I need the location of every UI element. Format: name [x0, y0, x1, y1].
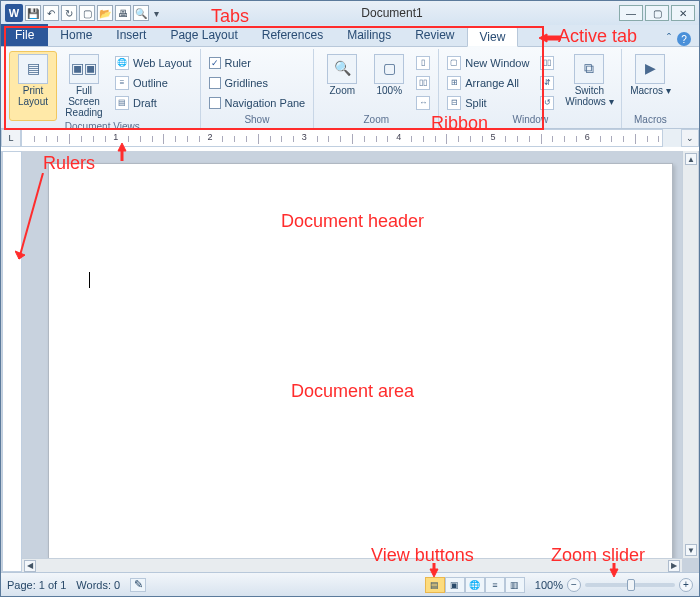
zoom-percent[interactable]: 100%: [535, 579, 563, 591]
text-cursor: [89, 272, 90, 288]
print-layout-button[interactable]: ▤ Print Layout: [9, 51, 57, 121]
open-icon[interactable]: 📂: [97, 5, 113, 21]
ribbon: ▤ Print Layout ▣▣ Full Screen Reading 🌐W…: [1, 47, 699, 129]
horizontal-ruler[interactable]: 123456: [21, 129, 663, 147]
group-document-views: ▤ Print Layout ▣▣ Full Screen Reading 🌐W…: [5, 49, 201, 128]
arrange-all-button[interactable]: ⊞Arrange All: [443, 73, 533, 92]
reset-window-icon: ↺: [540, 96, 554, 110]
draft-button[interactable]: ▤Draft: [111, 93, 196, 112]
macros-icon: ▶: [635, 54, 665, 84]
scroll-up-icon[interactable]: ▲: [685, 153, 697, 165]
maximize-button[interactable]: ▢: [645, 5, 669, 21]
group-zoom: 🔍 Zoom ▢ 100% ▯ ▯▯ ↔ Zoom: [314, 49, 439, 128]
zoom-100-icon: ▢: [374, 54, 404, 84]
sync-scroll-icon: ⇵: [540, 76, 554, 90]
ruler-corner[interactable]: L: [1, 129, 21, 147]
scroll-left-icon[interactable]: ◀: [24, 560, 36, 572]
document-scroll[interactable]: ComputerHope.com: [22, 151, 699, 572]
work-area: ComputerHope.com: [1, 151, 699, 572]
qat-dropdown-icon[interactable]: ▾: [151, 5, 161, 21]
word-app-icon[interactable]: W: [5, 4, 23, 22]
new-window-icon: ▢: [447, 56, 461, 70]
view-full-screen-icon[interactable]: ▣: [445, 577, 465, 593]
two-pages-button[interactable]: ▯▯: [412, 73, 434, 92]
group-show: ✓Ruler Gridlines Navigation Pane Show: [201, 49, 315, 128]
page-width-button[interactable]: ↔: [412, 93, 434, 112]
two-pages-icon: ▯▯: [416, 76, 430, 90]
split-icon: ⊟: [447, 96, 461, 110]
web-layout-icon: 🌐: [115, 56, 129, 70]
group-macros: ▶ Macros ▾ Macros: [622, 49, 678, 128]
undo-icon[interactable]: ↶: [43, 5, 59, 21]
zoom-100-button[interactable]: ▢ 100%: [369, 51, 409, 114]
full-screen-icon: ▣▣: [69, 54, 99, 84]
navigation-pane-checkbox[interactable]: Navigation Pane: [205, 93, 310, 112]
close-button[interactable]: ✕: [671, 5, 695, 21]
scroll-down-icon[interactable]: ▼: [685, 544, 697, 556]
view-side-by-side-button[interactable]: ▯▯: [536, 53, 558, 72]
document-page[interactable]: ComputerHope.com: [48, 163, 673, 572]
status-bar: Page: 1 of 1 Words: 0 ✎ ▤ ▣ 🌐 ≡ ▥ 100% −…: [1, 572, 699, 596]
tab-page-layout[interactable]: Page Layout: [158, 24, 249, 46]
one-page-icon: ▯: [416, 56, 430, 70]
switch-windows-icon: ⧉: [574, 54, 604, 84]
view-outline-icon[interactable]: ≡: [485, 577, 505, 593]
arrange-all-icon: ⊞: [447, 76, 461, 90]
reset-window-button[interactable]: ↺: [536, 93, 558, 112]
side-by-side-icon: ▯▯: [540, 56, 554, 70]
print-layout-icon: ▤: [18, 54, 48, 84]
draft-icon: ▤: [115, 96, 129, 110]
status-words[interactable]: Words: 0: [76, 579, 120, 591]
group-window: ▢New Window ⊞Arrange All ⊟Split ▯▯ ⇵ ↺ ⧉…: [439, 49, 622, 128]
print-preview-icon[interactable]: 🔍: [133, 5, 149, 21]
zoom-control: 100% − +: [535, 578, 693, 592]
new-icon[interactable]: ▢: [79, 5, 95, 21]
status-page[interactable]: Page: 1 of 1: [7, 579, 66, 591]
vertical-ruler[interactable]: [2, 151, 22, 572]
spellcheck-icon[interactable]: ✎: [130, 578, 146, 592]
zoom-icon: 🔍: [327, 54, 357, 84]
window-controls: — ▢ ✕: [619, 5, 699, 21]
redo-icon[interactable]: ↻: [61, 5, 77, 21]
tab-mailings[interactable]: Mailings: [335, 24, 403, 46]
zoom-slider-track[interactable]: [585, 583, 675, 587]
minimize-ribbon-icon[interactable]: ˆ: [667, 32, 671, 46]
vertical-scrollbar[interactable]: ▲ ▼: [682, 151, 698, 558]
sync-scroll-button[interactable]: ⇵: [536, 73, 558, 92]
view-draft-icon[interactable]: ▥: [505, 577, 525, 593]
ruler-checkbox[interactable]: ✓Ruler: [205, 53, 310, 72]
quick-print-icon[interactable]: 🖶: [115, 5, 131, 21]
tab-home[interactable]: Home: [48, 24, 104, 46]
tab-insert[interactable]: Insert: [104, 24, 158, 46]
new-window-button[interactable]: ▢New Window: [443, 53, 533, 72]
scroll-right-icon[interactable]: ▶: [668, 560, 680, 572]
save-icon[interactable]: 💾: [25, 5, 41, 21]
page-width-icon: ↔: [416, 96, 430, 110]
gridlines-checkbox[interactable]: Gridlines: [205, 73, 310, 92]
tab-file[interactable]: File: [1, 24, 48, 46]
split-button[interactable]: ⊟Split: [443, 93, 533, 112]
window-title: Document1: [165, 6, 619, 20]
switch-windows-button[interactable]: ⧉ Switch Windows ▾: [561, 51, 617, 114]
horizontal-scrollbar[interactable]: ◀ ▶: [22, 558, 682, 572]
tab-view[interactable]: View: [467, 26, 519, 47]
zoom-slider-thumb[interactable]: [627, 579, 635, 591]
ribbon-tabs: File Home Insert Page Layout References …: [1, 25, 699, 47]
help-icon[interactable]: ?: [677, 32, 691, 46]
view-web-icon[interactable]: 🌐: [465, 577, 485, 593]
one-page-button[interactable]: ▯: [412, 53, 434, 72]
view-print-layout-icon[interactable]: ▤: [425, 577, 445, 593]
tab-references[interactable]: References: [250, 24, 335, 46]
title-bar: W 💾 ↶ ↻ ▢ 📂 🖶 🔍 ▾ Document1 — ▢ ✕: [1, 1, 699, 25]
web-layout-button[interactable]: 🌐Web Layout: [111, 53, 196, 72]
checkbox-checked-icon: ✓: [209, 57, 221, 69]
minimize-button[interactable]: —: [619, 5, 643, 21]
zoom-out-button[interactable]: −: [567, 578, 581, 592]
outline-button[interactable]: ≡Outline: [111, 73, 196, 92]
zoom-button[interactable]: 🔍 Zoom: [318, 51, 366, 114]
zoom-in-button[interactable]: +: [679, 578, 693, 592]
full-screen-reading-button[interactable]: ▣▣ Full Screen Reading: [60, 51, 108, 121]
macros-button[interactable]: ▶ Macros ▾: [626, 51, 674, 114]
ruler-end[interactable]: ⌄: [681, 129, 699, 147]
tab-review[interactable]: Review: [403, 24, 466, 46]
